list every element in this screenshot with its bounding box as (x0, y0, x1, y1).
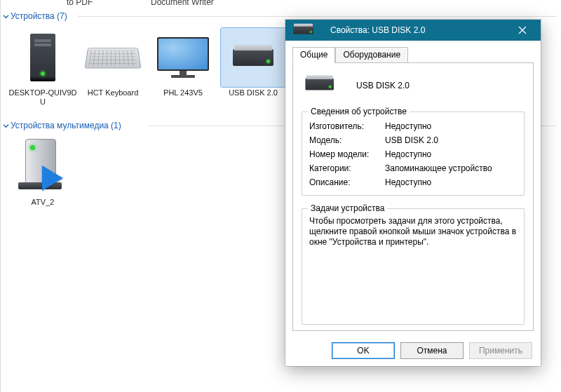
close-button[interactable] (508, 20, 536, 41)
external-drive-icon (221, 28, 285, 87)
group-device-info: Сведения об устройстве Изготовитель: Нед… (302, 111, 525, 196)
label: Изготовитель: (309, 121, 385, 131)
group-title: Задачи устройства (308, 203, 387, 213)
device-item-desktop[interactable]: DESKTOP-QUIV9DU (8, 28, 78, 107)
device-item-label: HCT Keyboard (78, 88, 148, 97)
value: Недоступно (385, 149, 431, 159)
top-row-fragment: to PDF Document Writer (11, 0, 561, 8)
dialog-titlebar[interactable]: Свойства: USB DISK 2.0 (285, 20, 541, 41)
close-icon (518, 26, 527, 34)
row-categories: Категории: Запоминающее устройство (309, 161, 517, 175)
divider (78, 16, 557, 17)
tab-general[interactable]: Общие (292, 47, 335, 63)
device-item-usbdisk[interactable]: USB DISK 2.0 (218, 28, 288, 107)
device-item-label: USB DISK 2.0 (218, 88, 288, 97)
label: Категории: (309, 163, 385, 173)
row-manufacturer: Изготовитель: Недоступно (309, 119, 517, 133)
top-frag-right: Document Writer (151, 0, 214, 7)
group-device-tasks: Задачи устройства Чтобы просмотреть зада… (302, 208, 525, 325)
dialog-body: Общие Оборудование USB DISK 2.0 Сведения… (285, 41, 541, 337)
row-model: Модель: USB DISK 2.0 (309, 133, 517, 147)
section-header-devices[interactable]: Устройства (7) (2, 11, 67, 21)
chevron-down-icon (2, 122, 9, 129)
device-item-monitor[interactable]: PHL 243V5 (148, 28, 218, 107)
section-header-multimedia[interactable]: Устройства мультимедиа (1) (2, 121, 121, 130)
multimedia-row: ATV_2 (8, 137, 78, 207)
value: Недоступно (385, 177, 431, 187)
group-title: Сведения об устройстве (308, 107, 410, 116)
device-item-atv2[interactable]: ATV_2 (8, 137, 78, 207)
device-item-label: DESKTOP-QUIV9DU (8, 88, 78, 107)
value: Запоминающее устройство (385, 163, 492, 173)
label: Модель: (309, 135, 385, 145)
value: USB DISK 2.0 (385, 135, 438, 145)
value: Недоступно (385, 121, 431, 131)
ok-button[interactable]: OK (332, 342, 395, 359)
media-device-icon (11, 137, 75, 196)
row-description: Описание: Недоступно (309, 175, 517, 189)
tab-strip: Общие Оборудование (292, 46, 534, 62)
section-header-devices-label: Устройства (7) (11, 11, 67, 21)
label: Описание: (309, 177, 385, 187)
device-item-label: ATV_2 (8, 198, 78, 207)
row-model-number: Номер модели: Недоступно (309, 147, 517, 161)
tab-hardware[interactable]: Оборудование (335, 47, 408, 63)
tasks-text: Чтобы просмотреть задачи для этого устро… (309, 216, 517, 248)
keyboard-icon (81, 28, 145, 87)
device-name: USB DISK 2.0 (356, 81, 410, 90)
monitor-icon (151, 28, 215, 87)
devices-row: DESKTOP-QUIV9DU HCT Keyboard PHL 243V5 U… (8, 28, 288, 107)
properties-dialog: Свойства: USB DISK 2.0 Общие Оборудовани… (285, 20, 541, 366)
tower-pc-icon (11, 28, 75, 87)
dialog-footer: OK Отмена Применить (285, 337, 541, 366)
chevron-down-icon (2, 13, 9, 20)
label: Номер модели: (309, 149, 385, 159)
apply-button[interactable]: Применить (469, 342, 532, 359)
external-drive-icon (292, 23, 314, 37)
section-header-multimedia-label: Устройства мультимедиа (1) (11, 121, 121, 130)
device-item-label: PHL 243V5 (148, 88, 218, 97)
tab-panel-general: USB DISK 2.0 Сведения об устройстве Изго… (292, 62, 534, 331)
cancel-button[interactable]: Отмена (400, 342, 464, 359)
dialog-title: Свойства: USB DISK 2.0 (330, 25, 508, 35)
device-item-keyboard[interactable]: HCT Keyboard (78, 28, 148, 107)
top-frag-left: to PDF (67, 0, 93, 7)
device-header: USB DISK 2.0 (304, 72, 525, 99)
external-drive-icon (304, 72, 348, 99)
